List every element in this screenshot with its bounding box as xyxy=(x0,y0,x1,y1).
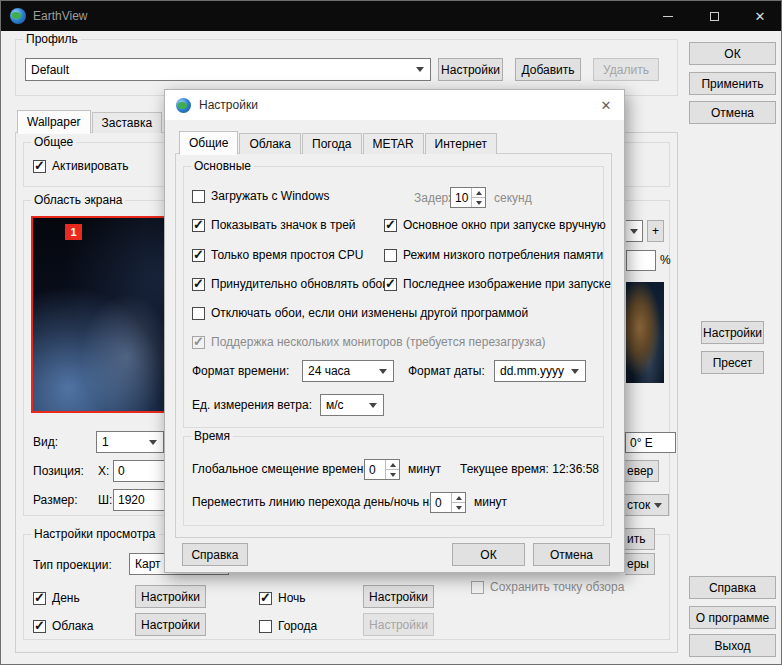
spinner-down-icon[interactable] xyxy=(386,469,399,479)
main-window-manual-checkbox[interactable] xyxy=(384,219,397,232)
low-memory-label: Режим низкого потребления памяти xyxy=(403,248,603,262)
app-icon xyxy=(10,8,26,24)
dialog-titlebar[interactable]: Настройки ✕ xyxy=(165,90,624,120)
daynight-shift-unit: минут xyxy=(474,495,507,509)
delay-value[interactable]: 10 xyxy=(451,188,471,207)
close-button[interactable]: ✕ xyxy=(737,1,782,31)
exit-button[interactable]: Выход xyxy=(689,634,776,657)
preset-button[interactable]: Пресет xyxy=(701,351,764,374)
maximize-icon xyxy=(710,12,719,21)
time-offset-spinner-buttons[interactable] xyxy=(385,460,399,479)
tray-icon-checkbox[interactable] xyxy=(192,219,205,232)
cities-label: Города xyxy=(278,619,317,633)
apply-button[interactable]: Применить xyxy=(689,72,776,95)
east-button-fragment[interactable]: сток xyxy=(625,494,669,516)
dialog-tab-clouds[interactable]: Облака xyxy=(239,133,301,154)
dialog-tab-general[interactable]: Общие xyxy=(179,131,238,155)
cities-checkbox[interactable] xyxy=(259,620,272,633)
dialog-tab-metar[interactable]: METAR xyxy=(363,133,424,154)
ok-button[interactable]: ОК xyxy=(689,42,776,65)
night-checkbox[interactable] xyxy=(259,592,272,605)
dialog-cancel-button[interactable]: Отмена xyxy=(533,543,610,566)
last-image-checkbox[interactable] xyxy=(384,278,397,291)
time-offset-spinner[interactable]: 0 xyxy=(364,459,400,480)
cpu-idle-checkbox[interactable] xyxy=(192,249,205,262)
profile-group-label: Профиль xyxy=(23,32,81,46)
combo-fragment[interactable] xyxy=(626,220,643,242)
percent-label: % xyxy=(660,253,671,267)
dialog-tab-internet[interactable]: Интернет xyxy=(425,133,497,154)
close-icon: ✕ xyxy=(601,98,612,113)
multi-monitor-checkbox[interactable] xyxy=(192,336,205,349)
low-memory-checkbox[interactable] xyxy=(384,249,397,262)
daynight-shift-spinner[interactable]: 0 xyxy=(430,492,466,513)
delay-spinner[interactable]: 10 xyxy=(450,187,486,208)
time-format-select[interactable]: 24 часа xyxy=(302,360,394,382)
multi-monitor-row: Поддержка нескольких мониторов (требуетс… xyxy=(192,334,546,350)
spinner-down-icon[interactable] xyxy=(452,502,465,512)
east-fragment-label: сток xyxy=(627,498,650,512)
spinner-down-icon[interactable] xyxy=(472,197,485,207)
earthview-main-window: EarthView ✕ Профиль Default Настройки До… xyxy=(0,0,782,665)
dialog-tab-weather[interactable]: Погода xyxy=(302,133,362,154)
date-format-select[interactable]: dd.mm.yyyy xyxy=(494,360,586,382)
dialog-help-button[interactable]: Справка xyxy=(182,543,248,566)
x-input[interactable]: 0 xyxy=(113,460,167,482)
delay-spinner-buttons[interactable] xyxy=(471,188,485,207)
about-button[interactable]: О программе xyxy=(689,606,776,629)
day-settings-button[interactable]: Настройки xyxy=(135,585,206,608)
help-button[interactable]: Справка xyxy=(689,576,776,599)
chevron-down-icon xyxy=(571,369,579,374)
clouds-label: Облака xyxy=(52,619,94,633)
clouds-settings-button[interactable]: Настройки xyxy=(135,613,206,636)
button-fragment-1[interactable]: ить xyxy=(625,528,655,550)
profile-remove-button[interactable]: Удалить xyxy=(593,58,659,81)
daynight-shift-spinner-buttons[interactable] xyxy=(451,493,465,512)
activate-checkbox[interactable] xyxy=(33,160,46,173)
profile-settings-button[interactable]: Настройки xyxy=(438,58,503,81)
main-options-group-label: Основные xyxy=(191,159,254,173)
spinner-up-icon[interactable] xyxy=(452,493,465,502)
spinner-up-icon[interactable] xyxy=(386,460,399,469)
coordinate-input[interactable]: 0° E xyxy=(625,432,676,453)
profile-select[interactable]: Default xyxy=(25,58,431,81)
maximize-button[interactable] xyxy=(691,1,737,31)
dialog-close-button[interactable]: ✕ xyxy=(588,90,624,120)
time-offset-value[interactable]: 0 xyxy=(365,460,385,479)
wind-unit-value: м/с xyxy=(326,398,344,412)
percent-input-fragment[interactable] xyxy=(626,250,656,271)
tab-wallpaper[interactable]: Wallpaper xyxy=(17,110,91,134)
spinner-up-icon[interactable] xyxy=(472,188,485,197)
cities-row: Города xyxy=(259,618,317,634)
window-titlebar[interactable]: EarthView ✕ xyxy=(1,1,781,31)
no-override-row: Отключать обои, если они изменены другой… xyxy=(192,305,528,321)
width-input[interactable]: 1920 xyxy=(113,489,167,511)
plus-button[interactable]: + xyxy=(647,220,664,242)
daynight-shift-value[interactable]: 0 xyxy=(431,493,451,512)
save-viewpoint-checkbox[interactable] xyxy=(471,581,484,594)
north-button-fragment[interactable]: евер xyxy=(625,460,659,482)
clouds-checkbox[interactable] xyxy=(33,620,46,633)
position-label: Позиция: xyxy=(33,464,84,478)
day-checkbox[interactable] xyxy=(33,592,46,605)
tab-screensaver[interactable]: Заставка xyxy=(92,112,163,133)
force-update-checkbox[interactable] xyxy=(192,278,205,291)
activate-row: Активировать xyxy=(33,158,128,174)
chevron-down-icon xyxy=(654,503,662,508)
no-override-checkbox[interactable] xyxy=(192,307,205,320)
minimize-button[interactable] xyxy=(645,1,691,31)
cities-settings-button[interactable]: Настройки xyxy=(363,613,434,636)
dialog-icon xyxy=(176,98,191,113)
time-offset-unit: минут xyxy=(408,462,441,476)
cancel-button[interactable]: Отмена xyxy=(689,101,776,124)
cpu-idle-row: Только время простоя CPU xyxy=(192,247,363,263)
dialog-ok-button[interactable]: ОК xyxy=(452,543,525,566)
profile-add-button[interactable]: Добавить xyxy=(515,58,581,81)
button-fragment-2[interactable]: еры xyxy=(625,553,655,575)
multi-monitor-label: Поддержка нескольких мониторов (требуетс… xyxy=(211,335,546,349)
load-with-windows-checkbox[interactable] xyxy=(192,190,205,203)
night-settings-button[interactable]: Настройки xyxy=(363,585,434,608)
view-settings-side-button[interactable]: Настройки xyxy=(701,321,764,344)
view-select[interactable]: 1 xyxy=(96,431,164,453)
wind-unit-select[interactable]: м/с xyxy=(320,394,384,416)
